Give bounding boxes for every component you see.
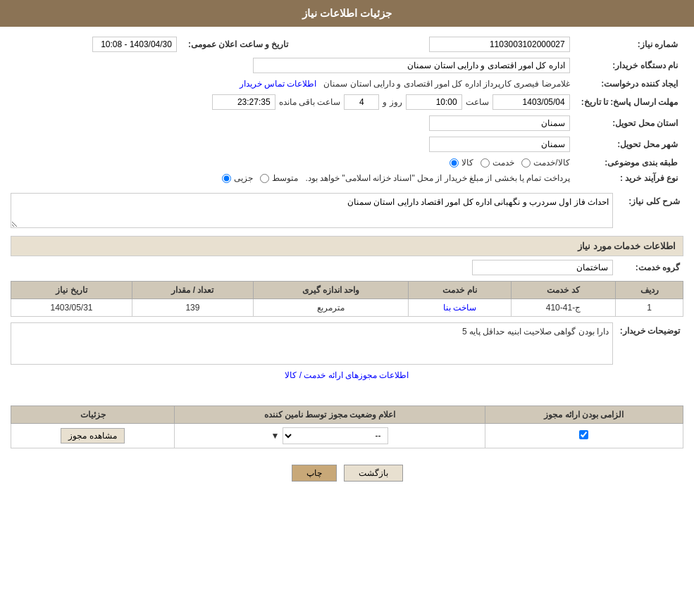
permit-status-select[interactable]: -- (283, 427, 388, 444)
category-option-khedmat: خدمت (481, 158, 514, 168)
response-time-label: ساعت (466, 97, 489, 107)
response-remaining-label: ساعت باقی مانده (279, 97, 341, 107)
notes-box: دارا بودن گواهی صلاحیت ابنیه حداقل پایه … (11, 322, 613, 365)
order-number-label: شماره نیاز: (576, 34, 683, 55)
notes-section: توضیحات خریدار: دارا بودن گواهی صلاحیت ا… (11, 322, 683, 365)
view-permit-button[interactable]: مشاهده مجوز (61, 428, 124, 444)
back-button[interactable]: بازگشت (344, 465, 403, 482)
permits-header-row: الزامی بودن ارائه مجوز اعلام وضعیت مجوز … (11, 406, 683, 424)
permits-row: -- ▼ مشاهده مجوز (11, 424, 683, 448)
permit-required-cell (485, 424, 683, 448)
category-radio-khedmat[interactable] (481, 158, 490, 168)
footer-buttons: بازگشت چاپ (11, 454, 683, 492)
province-input[interactable] (429, 115, 570, 131)
group-section: گروه خدمت: (11, 260, 683, 275)
process-option-medium: متوسط (260, 173, 298, 183)
cell-date: 1403/05/31 (11, 299, 132, 317)
process-label: نوع فرآیند خرید : (576, 170, 683, 186)
cell-unit: مترمربع (253, 299, 408, 317)
buyer-org-input[interactable] (253, 58, 570, 73)
content-area: شماره نیاز: تاریخ و ساعت اعلان عمومی: نا… (0, 27, 694, 499)
response-date-input[interactable] (492, 94, 570, 110)
province-label: استان محل تحویل: (576, 113, 683, 134)
requester-link[interactable]: اطلاعات تماس خریدار (240, 79, 317, 89)
city-label: شهر محل تحویل: (576, 134, 683, 155)
date-label: تاریخ و ساعت اعلان عمومی: (182, 34, 302, 55)
chevron-down-icon: ▼ (271, 431, 280, 441)
print-button[interactable]: چاپ (292, 465, 337, 482)
response-time-input[interactable] (406, 94, 462, 110)
requester-row: ایجاد کننده درخواست: غلامرضا فیصری کارپر… (11, 76, 683, 92)
category-kala-khedmat-label: کالا/خدمت (533, 158, 569, 168)
group-label: گروه خدمت: (613, 263, 683, 272)
process-note-text: پرداخت تمام یا بخشی از مبلغ خریدار از مح… (305, 173, 569, 183)
category-option-kala-khedmat: کالا/خدمت (521, 158, 569, 168)
response-date-value: ساعت روز و ساعت باقی مانده (11, 92, 576, 113)
response-days-label: روز و (383, 97, 402, 107)
process-partial-label: جزیی (234, 173, 253, 183)
response-days-input[interactable] (344, 94, 379, 110)
description-textarea[interactable]: احداث فاز اول سردرب و نگهبانی اداره کل ا… (11, 193, 613, 228)
permits-link[interactable]: اطلاعات مجوزهای ارائه خدمت / کالا (11, 370, 683, 380)
services-header-row: ردیف کد خدمت نام خدمت واحد اندازه گیری ت… (11, 282, 683, 299)
process-medium-label: متوسط (272, 173, 298, 183)
category-radio-kala[interactable] (450, 158, 459, 168)
city-value (11, 134, 576, 155)
notes-text: دارا بودن گواهی صلاحیت ابنیه حداقل پایه … (462, 327, 609, 337)
description-section: شرح کلی نیاز: احداث فاز اول سردرب و نگهب… (11, 193, 683, 230)
col-required: الزامی بودن ارائه مجوز (485, 406, 683, 424)
col-unit: واحد اندازه گیری (253, 282, 408, 299)
date-value (11, 34, 182, 55)
date-input[interactable] (92, 37, 177, 52)
col-name: نام خدمت (409, 282, 512, 299)
buyer-org-row: نام دستگاه خریدار: (11, 55, 683, 76)
response-date-label: مهلت ارسال پاسخ: تا تاریخ: (576, 92, 683, 113)
province-value (11, 113, 576, 134)
group-input[interactable] (472, 260, 613, 275)
city-row: شهر محل تحویل: (11, 134, 683, 155)
category-radio-kala-khedmat[interactable] (521, 158, 531, 168)
page-wrapper: جزئیات اطلاعات نیاز شماره نیاز: تاریخ و … (0, 0, 694, 616)
process-value: پرداخت تمام یا بخشی از مبلغ خریدار از مح… (11, 170, 576, 186)
category-row: طبقه بندی موضوعی: کالا/خدمت خدمت (11, 155, 683, 170)
buyer-org-label: نام دستگاه خریدار: (576, 55, 683, 76)
cell-row: 1 (616, 299, 683, 317)
notes-content: دارا بودن گواهی صلاحیت ابنیه حداقل پایه … (11, 322, 613, 365)
order-number-input[interactable] (429, 37, 570, 52)
requester-label: ایجاد کننده درخواست: (576, 76, 683, 92)
table-row: 1 ج-41-410 ساخت بنا مترمربع 139 1403/05/… (11, 299, 683, 317)
category-khedmat-label: خدمت (492, 158, 514, 168)
service-link[interactable]: ساخت بنا (443, 303, 476, 313)
process-radio-partial[interactable] (222, 174, 231, 183)
cell-code: ج-41-410 (511, 299, 615, 317)
services-section-title: اطلاعات خدمات مورد نیاز (11, 236, 683, 256)
category-label: طبقه بندی موضوعی: (576, 155, 683, 170)
notes-label: توضیحات خریدار: (613, 322, 683, 336)
order-number-value (302, 34, 575, 55)
response-remaining-input[interactable] (212, 94, 275, 110)
process-option-partial: جزیی (222, 173, 253, 183)
col-date: تاریخ نیاز (11, 282, 132, 299)
permit-required-checkbox[interactable] (579, 430, 588, 439)
col-code: کد خدمت (511, 282, 615, 299)
city-input[interactable] (429, 137, 570, 152)
spacer (11, 386, 683, 400)
permits-table: الزامی بودن ارائه مجوز اعلام وضعیت مجوز … (11, 406, 683, 448)
main-info-table: شماره نیاز: تاریخ و ساعت اعلان عمومی: نا… (11, 34, 683, 186)
col-details: جزئیات (11, 406, 175, 424)
category-kala-label: کالا (461, 158, 473, 168)
province-row: استان محل تحویل: (11, 113, 683, 134)
cell-quantity: 139 (132, 299, 254, 317)
col-status: اعلام وضعیت مجوز توسط نامین کننده (175, 406, 485, 424)
requester-text: غلامرضا فیصری کارپرداز اداره کل امور اقت… (323, 79, 569, 89)
description-content: احداث فاز اول سردرب و نگهبانی اداره کل ا… (11, 193, 613, 230)
services-table: ردیف کد خدمت نام خدمت واحد اندازه گیری ت… (11, 281, 683, 317)
requester-value: غلامرضا فیصری کارپرداز اداره کل امور اقت… (11, 76, 576, 92)
page-header: جزئیات اطلاعات نیاز (0, 0, 694, 27)
process-radio-medium[interactable] (260, 174, 269, 183)
category-option-kala: کالا (450, 158, 473, 168)
order-row: شماره نیاز: تاریخ و ساعت اعلان عمومی: (11, 34, 683, 55)
buyer-org-value (11, 55, 576, 76)
page-title: جزئیات اطلاعات نیاز (302, 7, 392, 19)
col-row: ردیف (616, 282, 683, 299)
